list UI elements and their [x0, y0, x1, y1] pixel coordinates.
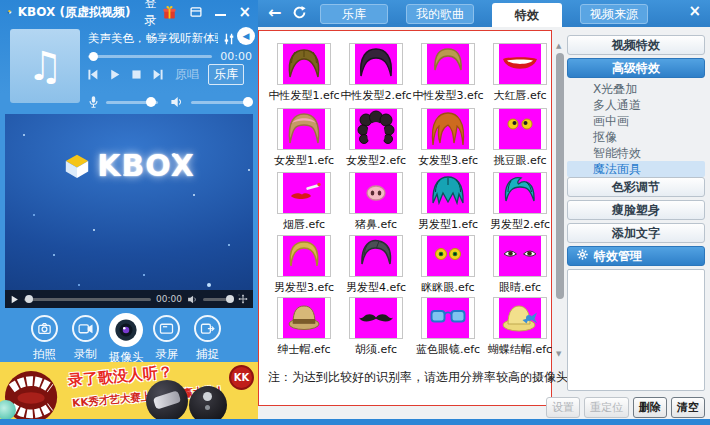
sidebar-item-xray-overlay[interactable]: X光叠加	[567, 81, 705, 97]
effects-panel: ← 乐库我的歌曲特效视频来源 × 中性发型1.efc中性发型2.efc中性发型3…	[258, 0, 710, 419]
effect-label: 中性发型1.efc	[268, 88, 340, 103]
tab-effects[interactable]: 特效	[492, 3, 562, 27]
sidebar-item-matting[interactable]: 抠像	[567, 129, 705, 145]
mixer-icon[interactable]	[223, 33, 235, 45]
music-library-button[interactable]: 乐库	[208, 64, 244, 85]
effect-label: 女发型1.efc	[268, 153, 340, 168]
panel-toggle-button[interactable]: ◀	[237, 27, 255, 45]
effect-item[interactable]: 挑豆眼.efc	[484, 108, 556, 168]
video-progress-knob[interactable]	[25, 295, 33, 303]
sidebar-item-magic-mask[interactable]: 魔法面具	[567, 161, 705, 177]
video-volume-knob[interactable]	[226, 295, 234, 303]
ad-banner[interactable]: 录了歌没人听？ KK秀才艺大赛上传视频赢大奖！ KK	[0, 362, 258, 419]
effect-item[interactable]: 大红唇.efc	[484, 43, 556, 103]
mic-volume-slider[interactable]	[106, 101, 158, 104]
scrollbar-thumb[interactable]	[556, 53, 564, 299]
effect-item[interactable]: 眯眯眼.efc	[412, 235, 484, 295]
capture-button[interactable]: 捕捉	[187, 313, 228, 362]
effect-item[interactable]: 女发型2.efc	[340, 108, 412, 168]
progress-bar[interactable]	[88, 55, 212, 58]
action-label: 录制	[74, 347, 97, 362]
action-label: 捕捉	[196, 347, 219, 362]
effect-item[interactable]: 蝴蝶结帽.efc	[484, 297, 556, 357]
video-volume-icon[interactable]	[187, 295, 198, 304]
progress-knob[interactable]	[89, 52, 98, 61]
effect-item[interactable]: 男发型3.efc	[268, 235, 340, 295]
effect-label: 胡须.efc	[340, 342, 412, 357]
effect-item[interactable]: 烟唇.efc	[268, 172, 340, 232]
play-button[interactable]	[108, 68, 121, 81]
effect-thumbnail	[349, 235, 403, 277]
webcam-button[interactable]: 摄像头	[106, 313, 147, 362]
effect-item[interactable]: 男发型2.efc	[484, 172, 556, 232]
effect-thumbnail	[493, 297, 547, 339]
fedora-hat-icon	[283, 298, 325, 338]
sidebar-item-picture-in-picture[interactable]: 画中画	[567, 113, 705, 129]
refresh-icon[interactable]	[292, 5, 307, 20]
male-hair1-icon	[427, 173, 469, 213]
banner-photo-phone	[146, 380, 188, 419]
tab-bar: ← 乐库我的歌曲特效视频来源 ×	[258, 0, 710, 27]
output-volume-slider[interactable]	[191, 101, 251, 104]
effect-item[interactable]: 眼睛.efc	[484, 235, 556, 295]
sidebar-item-video-effects[interactable]: 视频特效	[567, 35, 705, 55]
tab-video-source[interactable]: 视频来源	[580, 4, 648, 24]
effect-thumbnail	[277, 297, 331, 339]
sidebar-item-effects-manager[interactable]: 特效管理	[567, 246, 705, 266]
effect-item[interactable]: 中性发型1.efc	[268, 43, 340, 103]
effect-item[interactable]: 猪鼻.efc	[340, 172, 412, 232]
sidebar-item-smart-effects[interactable]: 智能特效	[567, 145, 705, 161]
sidebar-item-advanced-effects[interactable]: 高级特效	[567, 58, 705, 78]
scrollbar: ▲ ▼	[555, 42, 567, 358]
effect-item[interactable]: 蓝色眼镜.efc	[412, 297, 484, 357]
screen-record-button[interactable]: 录屏	[146, 313, 187, 362]
effect-thumbnail	[277, 108, 331, 150]
video-progress-bar[interactable]	[24, 298, 151, 301]
tab-music-library[interactable]: 乐库	[320, 4, 388, 24]
window-title: KBOX (原虚拟视频)	[18, 4, 131, 21]
previous-button[interactable]	[86, 68, 99, 81]
speaker-icon[interactable]	[170, 96, 184, 108]
scroll-down-icon[interactable]: ▼	[556, 350, 561, 358]
login-link[interactable]: 登录	[144, 0, 156, 29]
effect-item[interactable]: 女发型3.efc	[412, 108, 484, 168]
minimize-button[interactable]	[215, 14, 226, 16]
clear-button[interactable]: 清空	[671, 397, 705, 418]
effect-item[interactable]: 胡须.efc	[340, 297, 412, 357]
delete-button[interactable]: 删除	[633, 397, 667, 418]
tab-my-songs[interactable]: 我的歌曲	[406, 4, 474, 24]
video-play-icon[interactable]	[10, 295, 19, 304]
progress-row: 00:00	[88, 50, 252, 63]
output-volume-knob[interactable]	[243, 97, 253, 107]
close-button[interactable]: ×	[238, 5, 251, 20]
scroll-up-icon[interactable]: ▲	[556, 42, 561, 50]
cigarette-lips-icon	[283, 173, 325, 213]
gift-icon[interactable]	[162, 5, 177, 20]
sidebar-item-face-slimming[interactable]: 瘦脸塑身	[567, 200, 705, 220]
next-button[interactable]	[152, 68, 165, 81]
take-photo-button[interactable]: 拍照	[24, 313, 65, 362]
video-volume-slider[interactable]	[203, 298, 233, 301]
sidebar-item-color-adjust[interactable]: 色彩调节	[567, 177, 705, 197]
banner-sticker	[0, 400, 16, 419]
effect-item[interactable]: 中性发型2.efc	[340, 43, 412, 103]
sidebar-item-multi-channel[interactable]: 多人通道	[567, 97, 705, 113]
back-icon[interactable]: ←	[268, 3, 281, 22]
panel-close-icon[interactable]: ×	[688, 2, 701, 20]
record-button[interactable]: 录制	[65, 313, 106, 362]
mic-volume-knob[interactable]	[146, 97, 156, 107]
effect-label: 男发型3.efc	[268, 280, 340, 295]
sidebar-item-add-text[interactable]: 添加文字	[567, 223, 705, 243]
skin-window-icon[interactable]	[189, 5, 203, 19]
effect-item[interactable]: 女发型1.efc	[268, 108, 340, 168]
effect-item[interactable]: 男发型1.efc	[412, 172, 484, 232]
effect-item[interactable]: 绅士帽.efc	[268, 297, 340, 357]
detach-move-icon[interactable]	[238, 294, 248, 304]
original-vocal-button[interactable]: 原唱	[175, 66, 199, 83]
microphone-icon[interactable]	[88, 95, 99, 109]
effect-item[interactable]: 男发型4.efc	[340, 235, 412, 295]
stop-button[interactable]	[130, 68, 143, 81]
effect-item[interactable]: 中性发型3.efc	[412, 43, 484, 103]
effect-thumbnail	[349, 297, 403, 339]
video-time-label: 00:00	[156, 294, 182, 304]
